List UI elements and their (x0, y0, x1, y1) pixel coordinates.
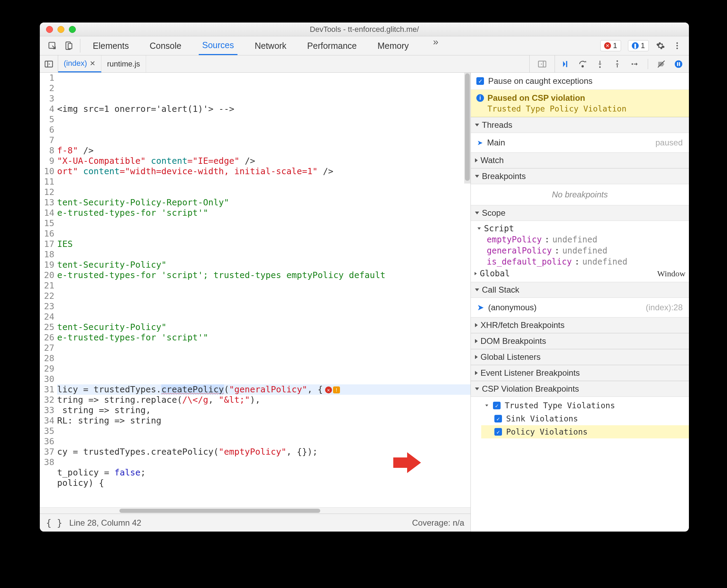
panel-tabs: Elements Console Sources Network Perform… (89, 36, 438, 55)
window-title: DevTools - tt-enforced.glitch.me/ (40, 25, 689, 34)
scope-var-row[interactable]: emptyPolicy:undefined (487, 234, 689, 245)
cursor-position: Line 28, Column 42 (69, 518, 141, 528)
panel-tabbar: Elements Console Sources Network Perform… (40, 36, 689, 55)
inspect-icon[interactable] (47, 41, 57, 51)
more-panels-icon[interactable]: » (433, 36, 439, 55)
horizontal-scrollbar[interactable] (40, 507, 470, 514)
no-breakpoints-label: No breakpoints (471, 186, 689, 203)
issues-count: 1 (641, 41, 645, 50)
csp-bp-header[interactable]: CSP Violation Breakpoints (471, 381, 689, 397)
svg-point-10 (582, 65, 583, 67)
svg-rect-16 (677, 62, 678, 66)
pause-caught-label: Pause on caught exceptions (488, 76, 593, 86)
thread-main-row[interactable]: ➤Mainpaused (471, 135, 689, 150)
csp-policy-row[interactable]: ✓Policy Violations (481, 425, 689, 438)
scope-var-row[interactable]: generalPolicy:undefined (487, 245, 689, 256)
csp-sink-row[interactable]: ✓Sink Violations (481, 412, 689, 425)
snippets-toggle-icon[interactable] (535, 57, 549, 71)
paused-title: Paused on CSP violation (487, 93, 585, 103)
svg-point-13 (631, 63, 633, 64)
file-tab-runtime[interactable]: runtime.js (101, 55, 146, 72)
close-icon[interactable]: ✕ (90, 59, 96, 68)
tab-console[interactable]: Console (146, 36, 185, 55)
statusbar: { } Line 28, Column 42 Coverage: n/a (40, 514, 470, 532)
navigator-toggle-icon[interactable] (42, 57, 56, 71)
errors-badge[interactable]: ✕1 (600, 40, 621, 51)
event-listener-bp-header[interactable]: Event Listener Breakpoints (471, 365, 689, 381)
gear-icon[interactable] (656, 41, 665, 51)
gutter: 1234567891011121314151617181920212223242… (40, 73, 57, 507)
xhr-bp-header[interactable]: XHR/fetch Breakpoints (471, 317, 689, 333)
titlebar: DevTools - tt-enforced.glitch.me/ (40, 23, 689, 36)
coverage-label: Coverage: n/a (412, 518, 464, 528)
dom-bp-header[interactable]: DOM Breakpoints (471, 333, 689, 349)
pointer-icon: ➤ (477, 303, 484, 312)
kebab-icon[interactable] (672, 41, 682, 51)
svg-rect-17 (679, 62, 680, 66)
checkbox-icon[interactable]: ✓ (476, 77, 484, 85)
svg-point-12 (617, 60, 618, 62)
scope-var-row[interactable]: is_default_policy:undefined (487, 256, 689, 267)
threads-header[interactable]: Threads (471, 117, 689, 133)
debugger-controls (555, 55, 689, 72)
callstack-frame[interactable]: ➤(anonymous)(index):28 (471, 300, 689, 315)
svg-point-4 (676, 45, 678, 46)
checkbox-icon[interactable]: ✓ (494, 415, 502, 422)
tab-network[interactable]: Network (251, 36, 290, 55)
callstack-header[interactable]: Call Stack (471, 282, 689, 298)
step-out-icon[interactable] (612, 59, 622, 69)
breakpoints-header[interactable]: Breakpoints (471, 168, 689, 184)
scope-header[interactable]: Scope (471, 205, 689, 221)
pointer-icon: ➤ (477, 139, 483, 147)
global-listeners-header[interactable]: Global Listeners (471, 349, 689, 365)
device-toggle-icon[interactable] (64, 41, 74, 51)
checkbox-icon[interactable]: ✓ (494, 428, 502, 436)
tab-elements[interactable]: Elements (89, 36, 132, 55)
pause-exceptions-icon[interactable] (674, 59, 683, 69)
file-tab-label: (index) (64, 59, 87, 68)
svg-point-15 (675, 60, 682, 68)
source-editor[interactable]: 1234567891011121314151617181920212223242… (40, 73, 470, 507)
checkbox-icon[interactable]: ✓ (493, 402, 501, 409)
scope-script-row[interactable]: Script (477, 223, 689, 234)
paused-banner: iPaused on CSP violation Trusted Type Po… (471, 90, 689, 117)
file-tab-label: runtime.js (107, 60, 140, 69)
info-icon: i (476, 94, 484, 102)
file-tab-index[interactable]: (index)✕ (58, 55, 101, 72)
issues-badge[interactable]: ❚1 (628, 40, 649, 51)
source-toolbar-row: (index)✕ runtime.js (40, 55, 689, 73)
devtools-window: DevTools - tt-enforced.glitch.me/ Elemen… (40, 23, 689, 532)
paused-subtitle: Trusted Type Policy Violation (476, 103, 683, 113)
step-over-icon[interactable] (578, 59, 587, 69)
pause-on-caught-row[interactable]: ✓ Pause on caught exceptions (471, 73, 689, 90)
svg-point-5 (676, 47, 678, 49)
svg-point-11 (599, 66, 601, 68)
watch-header[interactable]: Watch (471, 152, 689, 168)
debugger-pane: ✓ Pause on caught exceptions iPaused on … (471, 73, 689, 532)
scope-global-row[interactable]: GlobalWindow (471, 267, 689, 280)
code-area[interactable]: <img src=1 onerror='alert(1)'> --> f-8" … (57, 73, 470, 507)
step-into-icon[interactable] (595, 59, 605, 69)
svg-point-3 (676, 42, 678, 44)
tab-performance[interactable]: Performance (304, 36, 360, 55)
callout-arrow-icon (393, 452, 421, 473)
csp-trusted-row[interactable]: ✓Trusted Type Violations (481, 399, 689, 412)
resume-icon[interactable] (560, 59, 570, 69)
deactivate-breakpoints-icon[interactable] (656, 59, 666, 69)
tab-sources[interactable]: Sources (199, 36, 237, 55)
tab-memory[interactable]: Memory (374, 36, 412, 55)
svg-rect-2 (68, 44, 72, 49)
file-tabs: (index)✕ runtime.js (58, 55, 529, 72)
pretty-print-icon[interactable]: { } (46, 518, 62, 528)
errors-count: 1 (613, 41, 617, 50)
step-icon[interactable] (630, 59, 639, 69)
vertical-scrollbar[interactable] (464, 73, 470, 184)
